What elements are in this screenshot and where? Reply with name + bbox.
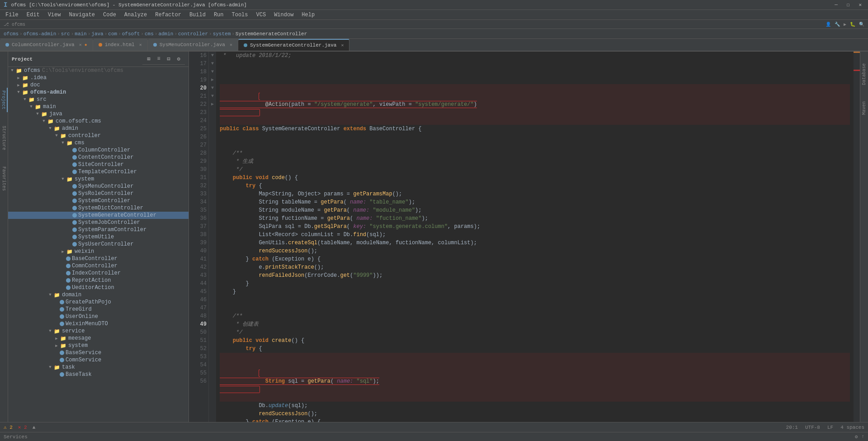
- fold-24[interactable]: ▼: [209, 60, 216, 68]
- left-tab-favorites[interactable]: Favorites: [0, 164, 7, 194]
- toolbar-btn2[interactable]: 🔧: [835, 22, 840, 27]
- tree-item-meesage[interactable]: ▶ 📁 meesage: [8, 335, 189, 342]
- tree-item-sysrole[interactable]: SysRoleController: [8, 190, 189, 197]
- bc-java[interactable]: java: [91, 31, 103, 37]
- tab-close-column[interactable]: ✕: [79, 42, 82, 47]
- bc-cms[interactable]: cms: [145, 31, 154, 37]
- bc-controller[interactable]: controller: [178, 31, 208, 37]
- tree-item-java[interactable]: ▼ 📁 java: [8, 110, 189, 118]
- menu-help[interactable]: Help: [298, 11, 318, 19]
- tree-item-ofcms-root[interactable]: ▼ 📁 ofcms C:\Tools\enviroment\ofcms: [8, 67, 189, 74]
- menu-edit[interactable]: Edit: [23, 11, 43, 19]
- tab-column-controller[interactable]: ColumnController.java ✕ ●: [0, 39, 93, 51]
- panel-filter-btn[interactable]: ⊟: [164, 54, 173, 63]
- status-encoding[interactable]: UTF-8: [805, 425, 820, 430]
- tree-item-doc[interactable]: ▶ 📁 doc: [8, 81, 189, 89]
- menu-vcs[interactable]: VCS: [253, 11, 270, 19]
- tree-item-content-ctrl[interactable]: ContentController: [8, 154, 189, 161]
- tree-item-base-ctrl[interactable]: BaseController: [8, 255, 189, 262]
- toolbar-btn4[interactable]: 🐛: [850, 22, 855, 27]
- tree-item-main[interactable]: ▼ 📁 main: [8, 103, 189, 110]
- bc-file[interactable]: SystemGenerateController: [236, 31, 307, 37]
- status-uparrow[interactable]: ▲: [33, 425, 36, 430]
- bc-ofsoft[interactable]: ofsoft: [122, 31, 140, 37]
- tree-item-sysmenu[interactable]: SysMenuController: [8, 183, 189, 190]
- tree-item-systemutil[interactable]: SystemUtile: [8, 233, 189, 241]
- left-tab-structure[interactable]: Structure: [0, 123, 7, 153]
- fold-27[interactable]: ▼: [209, 68, 216, 76]
- tab-close-index[interactable]: ✕: [139, 42, 142, 47]
- tree-item-systemdict[interactable]: SystemDictController: [8, 204, 189, 212]
- fold-44[interactable]: ▼: [209, 84, 216, 92]
- tree-item-site-ctrl[interactable]: SiteController: [8, 161, 189, 168]
- tree-item-admin[interactable]: ▼ 📁 admin: [8, 125, 189, 132]
- tree-item-service[interactable]: ▼ 📁 service: [8, 327, 189, 335]
- menu-tools[interactable]: Tools: [228, 11, 252, 19]
- tree-item-column-ctrl[interactable]: ColumnController: [8, 147, 189, 154]
- panel-settings-btn[interactable]: ⚙: [174, 54, 183, 63]
- toolbar-search[interactable]: 🔍: [859, 22, 864, 27]
- fold-52[interactable]: ▶: [209, 100, 216, 109]
- tree-item-comnservice[interactable]: ComnService: [8, 356, 189, 364]
- panel-list-btn[interactable]: ≡: [154, 54, 163, 63]
- bc-admin[interactable]: admin: [158, 31, 173, 37]
- status-indent[interactable]: 4 spaces: [840, 425, 864, 430]
- tree-item-controller[interactable]: ▼ 📁 controller: [8, 132, 189, 139]
- fold-16[interactable]: ▼: [209, 52, 216, 60]
- tree-item-treegird[interactable]: TreeGird: [8, 306, 189, 313]
- bc-src[interactable]: src: [61, 31, 70, 37]
- fold-47[interactable]: ▼: [209, 92, 216, 100]
- bc-main[interactable]: main: [75, 31, 86, 37]
- tree-item-ueditor[interactable]: UeditorAction: [8, 284, 189, 291]
- tree-item-weixin[interactable]: ▶ 📁 weixin: [8, 248, 189, 255]
- menu-window[interactable]: Window: [270, 11, 297, 19]
- bc-system[interactable]: system: [213, 31, 231, 37]
- menu-code[interactable]: Code: [99, 11, 120, 19]
- services-label[interactable]: Services: [4, 434, 28, 440]
- menu-view[interactable]: View: [44, 11, 65, 19]
- tab-sysmenu-controller[interactable]: SysMenuController.java ✕: [148, 39, 238, 51]
- bc-ofcms[interactable]: ofcms: [4, 31, 19, 37]
- tab-index-html[interactable]: index.html ✕: [93, 39, 148, 51]
- status-errors[interactable]: ✕ 2: [18, 424, 27, 430]
- tree-item-cms[interactable]: ▼ 📁 cms: [8, 139, 189, 147]
- menu-navigate[interactable]: Navigate: [65, 11, 99, 19]
- tab-system-generate[interactable]: SystemGenerateController.java ✕: [238, 39, 349, 51]
- tree-item-src[interactable]: ▼ 📁 src: [8, 96, 189, 103]
- toolbar-btn1[interactable]: 👤: [826, 22, 831, 27]
- tree-item-system-generate[interactable]: SystemGenerateController: [8, 212, 189, 219]
- tree-item-idea[interactable]: ▶ 📁 .idea: [8, 74, 189, 81]
- menu-build[interactable]: Build: [186, 11, 209, 19]
- tree-item-baseservice[interactable]: BaseService: [8, 349, 189, 356]
- tab-close-sysmenu[interactable]: ✕: [230, 42, 232, 47]
- status-line-ending[interactable]: LF: [827, 425, 833, 430]
- bc-ofcms-admin[interactable]: ofcms-admin: [24, 31, 57, 37]
- bc-com[interactable]: com: [108, 31, 117, 37]
- toolbar-btn3[interactable]: ▶: [844, 22, 846, 27]
- tree-item-reprot[interactable]: ReprotAction: [8, 277, 189, 284]
- bottom-settings-icon[interactable]: ⚙: [855, 434, 858, 440]
- tree-item-systemjob[interactable]: SystemJobController: [8, 219, 189, 226]
- editor-scrollbar[interactable]: [854, 52, 860, 422]
- tree-item-template-ctrl[interactable]: TemplateController: [8, 168, 189, 175]
- tree-item-sysuser[interactable]: SysUserController: [8, 241, 189, 248]
- tree-item-systemparam[interactable]: SystemParamController: [8, 226, 189, 233]
- tree-item-system-folder[interactable]: ▼ 📁 system: [8, 175, 189, 183]
- code-content[interactable]: * update 2018/1/22; @Action(path = "/sys…: [216, 52, 854, 422]
- rs-tab-maven[interactable]: Maven: [861, 99, 868, 118]
- tree-item-service-system[interactable]: ▶ 📁 system: [8, 342, 189, 349]
- tab-close-sysgen[interactable]: ✕: [341, 43, 344, 48]
- menu-run[interactable]: Run: [210, 11, 227, 19]
- tree-item-ofcms-admin[interactable]: ▼ 📁 ofcms-admin: [8, 89, 189, 96]
- tree-item-index-ctrl[interactable]: IndexController: [8, 270, 189, 277]
- menu-refactor[interactable]: Refactor: [151, 11, 185, 19]
- left-tab-project[interactable]: Project: [0, 88, 8, 112]
- status-warnings[interactable]: ⚠ 2: [4, 424, 13, 430]
- maximize-button[interactable]: ☐: [844, 2, 853, 8]
- tree-item-domain[interactable]: ▼ 📁 domain: [8, 291, 189, 299]
- rs-tab-database[interactable]: Database: [861, 61, 868, 88]
- fold-37[interactable]: ▶: [209, 76, 216, 84]
- tree-item-task[interactable]: ▼ 📁 task: [8, 364, 189, 371]
- tree-item-weixinmenu[interactable]: WeixinMenuDTO: [8, 320, 189, 327]
- panel-sync-btn[interactable]: ⊞: [144, 54, 153, 63]
